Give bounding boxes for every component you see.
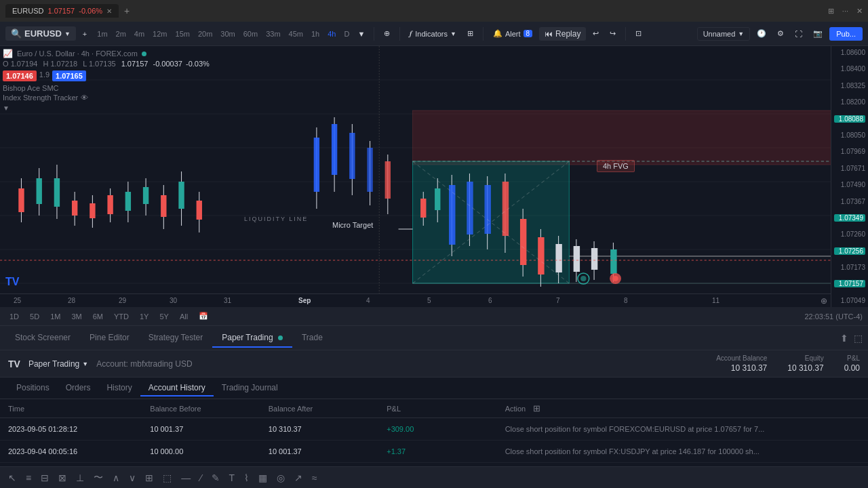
new-tab-button[interactable]: + bbox=[124, 5, 130, 16]
price-13: 1.07256 bbox=[834, 247, 865, 255]
td-pnl-2: +1.37 bbox=[387, 447, 505, 455]
redo-button[interactable]: ↪ bbox=[606, 27, 620, 40]
indicator-expand[interactable]: ▼ bbox=[3, 104, 210, 112]
tr-5d[interactable]: 5D bbox=[26, 311, 43, 322]
tool-line[interactable]: ∕ bbox=[197, 471, 204, 485]
tf-1m[interactable]: 1m bbox=[94, 28, 111, 39]
tf-60m[interactable]: 60m bbox=[240, 28, 261, 39]
tool-lines2[interactable]: ⊟ bbox=[38, 471, 52, 485]
fvg-label: 4h FVG bbox=[597, 160, 635, 172]
table-row[interactable]: 2023-09-05 01:28:12 10 001.37 10 310.37 … bbox=[0, 418, 868, 441]
liquidity-label: LIQUIDITY LINE bbox=[244, 216, 308, 222]
symbol-search[interactable]: 🔍 EURUSD ▼ bbox=[5, 26, 76, 41]
tool-arrow[interactable]: ↗ bbox=[292, 471, 305, 485]
camera-button[interactable]: 📷 bbox=[809, 27, 827, 40]
tool-fib[interactable]: ⊥ bbox=[73, 471, 87, 485]
micro-target-label: Micro Target bbox=[332, 221, 373, 229]
tf-33m[interactable]: 33m bbox=[262, 28, 283, 39]
stab-trading-journal[interactable]: Trading Journal bbox=[214, 380, 286, 396]
unnamed-button[interactable]: Unnamed ▼ bbox=[697, 27, 751, 41]
tf-4h[interactable]: 4h bbox=[324, 28, 339, 39]
date-25: 25 bbox=[14, 297, 21, 304]
chart-area[interactable]: 📈 Euro / U.S. Dollar · 4h · FOREX.com O … bbox=[0, 46, 868, 307]
clock-button[interactable]: 🕐 bbox=[753, 27, 770, 40]
browser-icon-3: ✕ bbox=[856, 7, 863, 16]
stab-history[interactable]: History bbox=[98, 380, 140, 396]
svg-rect-53 bbox=[484, 185, 490, 234]
tf-dropdown[interactable]: ▼ bbox=[354, 28, 368, 39]
layout-button[interactable]: ⊡ bbox=[631, 27, 646, 40]
tool-gann[interactable]: ∧ bbox=[110, 471, 122, 485]
tool-grid[interactable]: ▦ bbox=[256, 471, 270, 485]
stab-orders[interactable]: Orders bbox=[58, 380, 99, 396]
tf-15m[interactable]: 15m bbox=[172, 28, 193, 39]
tr-ytd[interactable]: YTD bbox=[110, 311, 133, 322]
detach-icon[interactable]: ⬚ bbox=[854, 333, 863, 344]
tr-1m[interactable]: 1M bbox=[46, 311, 64, 322]
price-12: 1.07260 bbox=[834, 230, 865, 238]
tf-1h[interactable]: 1h bbox=[308, 28, 323, 39]
columns-icon[interactable]: ⊞ bbox=[533, 403, 540, 413]
stab-account-history[interactable]: Account History bbox=[140, 380, 214, 396]
collapse-icon[interactable]: ⬆ bbox=[840, 333, 848, 344]
tool-pattern[interactable]: ⊞ bbox=[142, 471, 156, 485]
tf-20m[interactable]: 20m bbox=[195, 28, 216, 39]
tool-cursor[interactable]: ↖ bbox=[5, 471, 19, 485]
date-sep: Sep bbox=[298, 297, 311, 304]
indicator1-label: Bishop Ace SMC bbox=[3, 84, 210, 92]
tool-circle[interactable]: ◎ bbox=[274, 471, 288, 485]
tool-ruler[interactable]: — bbox=[178, 471, 193, 485]
compare-button[interactable]: ⊕ bbox=[380, 27, 394, 40]
tf-4m[interactable]: 4m bbox=[131, 28, 148, 39]
tr-1y[interactable]: 1Y bbox=[136, 311, 153, 322]
tr-3m[interactable]: 3M bbox=[67, 311, 85, 322]
tr-6m[interactable]: 6M bbox=[89, 311, 107, 322]
browser-tab[interactable]: EURUSD 1.07157 -0.06% ✕ bbox=[5, 4, 119, 18]
tool-wave[interactable]: 〜 bbox=[91, 470, 106, 485]
calendar-icon[interactable]: 📅 bbox=[195, 310, 212, 322]
indicators-button[interactable]: 𝒇 Indicators ▼ bbox=[406, 27, 460, 40]
redo-icon: ↪ bbox=[610, 29, 616, 38]
replay-button[interactable]: ⏮ Replay bbox=[539, 27, 586, 41]
undo-button[interactable]: ↩ bbox=[589, 27, 603, 40]
pt-logo: TV bbox=[8, 359, 20, 369]
tool-measure[interactable]: ≈ bbox=[309, 471, 320, 485]
settings-button[interactable]: ⚙ bbox=[773, 27, 788, 40]
tab-trade[interactable]: Trade bbox=[292, 329, 332, 348]
bottom-toolbar: ↖ ≡ ⊟ ⊠ ⊥ 〜 ∧ ∨ ⊞ ⬚ — ∕ ✎ T ⌇ ▦ ◎ ↗ ≈ bbox=[0, 466, 868, 488]
tool-pencil[interactable]: ✎ bbox=[209, 471, 222, 485]
tf-d[interactable]: D bbox=[340, 28, 353, 39]
tool-xabcd[interactable]: ⬚ bbox=[160, 471, 174, 485]
tool-text[interactable]: T bbox=[226, 471, 238, 485]
tr-all[interactable]: All bbox=[176, 311, 192, 322]
reset-scale-icon[interactable]: ⊕ bbox=[821, 296, 827, 306]
tab-strategy-tester[interactable]: Strategy Tester bbox=[139, 329, 212, 348]
tool-brush[interactable]: ∨ bbox=[126, 471, 138, 485]
pt-name-dropdown[interactable]: Paper Trading ▼ bbox=[28, 359, 88, 369]
date-28: 28 bbox=[68, 297, 75, 304]
tf-2m[interactable]: 2m bbox=[113, 28, 130, 39]
templates-button[interactable]: ⊞ bbox=[463, 27, 477, 40]
table-row[interactable]: 2023-09-04 00:05:16 10 000.00 10 001.37 … bbox=[0, 441, 868, 463]
fullscreen-button[interactable]: ⛶ bbox=[791, 28, 806, 40]
tool-lines1[interactable]: ≡ bbox=[23, 471, 34, 485]
stab-positions[interactable]: Positions bbox=[8, 380, 58, 396]
tf-45m[interactable]: 45m bbox=[285, 28, 307, 39]
tr-5y[interactable]: 5Y bbox=[155, 311, 172, 322]
svg-rect-63 bbox=[574, 246, 580, 272]
tool-icons[interactable]: ⌇ bbox=[241, 471, 252, 485]
indicators-label: Indicators bbox=[415, 30, 448, 38]
tr-1d[interactable]: 1D bbox=[5, 311, 23, 322]
tab-paper-trading[interactable]: Paper Trading bbox=[212, 329, 292, 348]
tf-12m[interactable]: 12m bbox=[149, 28, 170, 39]
add-symbol-button[interactable]: + bbox=[79, 28, 91, 40]
tool-lines3[interactable]: ⊠ bbox=[56, 471, 69, 485]
tab-stock-screener[interactable]: Stock Screener bbox=[5, 329, 80, 348]
alerts-button[interactable]: 🔔 Alert 8 bbox=[489, 27, 536, 40]
tab-close-icon[interactable]: ✕ bbox=[106, 7, 112, 15]
ohlc-o: O 1.07194 bbox=[3, 60, 37, 68]
publish-button[interactable]: Pub... bbox=[829, 27, 863, 41]
tf-30m[interactable]: 30m bbox=[217, 28, 238, 39]
tab-pine-editor[interactable]: Pine Editor bbox=[80, 329, 139, 348]
eye-icon[interactable]: 👁 bbox=[81, 94, 88, 102]
